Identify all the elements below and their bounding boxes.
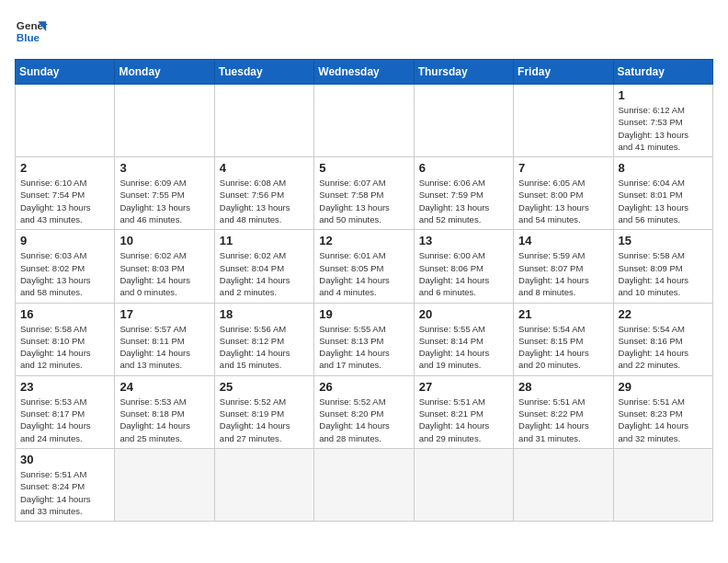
weekday-header-friday: Friday	[514, 60, 613, 85]
calendar-cell: 27Sunrise: 5:51 AM Sunset: 8:21 PM Dayli…	[414, 375, 513, 448]
day-number: 2	[20, 161, 109, 175]
calendar-cell: 4Sunrise: 6:08 AM Sunset: 7:56 PM Daylig…	[214, 157, 313, 230]
calendar-cell	[514, 448, 613, 521]
calendar-cell	[115, 448, 214, 521]
week-row-2: 2Sunrise: 6:10 AM Sunset: 7:54 PM Daylig…	[16, 157, 713, 230]
logo: General Blue	[15, 15, 48, 48]
day-info: Sunrise: 6:00 AM Sunset: 8:06 PM Dayligh…	[419, 249, 508, 298]
day-info: Sunrise: 6:07 AM Sunset: 7:58 PM Dayligh…	[319, 177, 408, 225]
calendar-cell: 22Sunrise: 5:54 AM Sunset: 8:16 PM Dayli…	[613, 303, 712, 375]
day-info: Sunrise: 5:54 AM Sunset: 8:16 PM Dayligh…	[619, 323, 708, 372]
calendar-cell	[16, 85, 115, 157]
calendar-cell: 11Sunrise: 6:02 AM Sunset: 8:04 PM Dayli…	[214, 230, 313, 303]
day-number: 1	[619, 88, 708, 102]
day-info: Sunrise: 5:52 AM Sunset: 8:20 PM Dayligh…	[319, 396, 408, 444]
day-number: 19	[319, 307, 408, 321]
calendar-cell: 14Sunrise: 5:59 AM Sunset: 8:07 PM Dayli…	[514, 230, 613, 303]
weekday-header-thursday: Thursday	[414, 60, 513, 85]
calendar-cell	[214, 85, 313, 157]
day-info: Sunrise: 6:06 AM Sunset: 7:59 PM Dayligh…	[419, 177, 508, 225]
week-row-3: 9Sunrise: 6:03 AM Sunset: 8:02 PM Daylig…	[16, 230, 713, 303]
calendar-cell: 6Sunrise: 6:06 AM Sunset: 7:59 PM Daylig…	[414, 157, 513, 230]
day-info: Sunrise: 5:53 AM Sunset: 8:17 PM Dayligh…	[20, 396, 109, 444]
day-info: Sunrise: 5:55 AM Sunset: 8:14 PM Dayligh…	[419, 323, 508, 372]
calendar-cell: 3Sunrise: 6:09 AM Sunset: 7:55 PM Daylig…	[115, 157, 214, 230]
day-number: 29	[619, 380, 708, 394]
day-info: Sunrise: 5:53 AM Sunset: 8:18 PM Dayligh…	[119, 396, 209, 444]
calendar-cell: 26Sunrise: 5:52 AM Sunset: 8:20 PM Dayli…	[314, 375, 414, 448]
calendar-cell	[214, 448, 313, 521]
day-number: 8	[619, 161, 708, 175]
day-info: Sunrise: 6:03 AM Sunset: 8:02 PM Dayligh…	[20, 249, 109, 298]
calendar-cell: 16Sunrise: 5:58 AM Sunset: 8:10 PM Dayli…	[16, 303, 115, 375]
day-number: 20	[419, 307, 508, 321]
day-number: 11	[220, 234, 309, 247]
calendar-cell: 23Sunrise: 5:53 AM Sunset: 8:17 PM Dayli…	[16, 375, 115, 448]
day-info: Sunrise: 5:51 AM Sunset: 8:24 PM Dayligh…	[20, 468, 109, 517]
day-number: 24	[119, 380, 209, 394]
day-info: Sunrise: 6:08 AM Sunset: 7:56 PM Dayligh…	[220, 177, 309, 225]
weekday-header-wednesday: Wednesday	[314, 60, 414, 85]
day-info: Sunrise: 5:51 AM Sunset: 8:22 PM Dayligh…	[518, 396, 608, 444]
calendar-cell: 13Sunrise: 6:00 AM Sunset: 8:06 PM Dayli…	[414, 230, 513, 303]
day-number: 18	[220, 307, 309, 321]
day-number: 5	[319, 161, 408, 175]
day-info: Sunrise: 5:52 AM Sunset: 8:19 PM Dayligh…	[220, 396, 309, 444]
calendar-cell: 19Sunrise: 5:55 AM Sunset: 8:13 PM Dayli…	[314, 303, 414, 375]
calendar-cell	[514, 85, 613, 157]
weekday-header-row: SundayMondayTuesdayWednesdayThursdayFrid…	[16, 60, 713, 85]
calendar-cell: 1Sunrise: 6:12 AM Sunset: 7:53 PM Daylig…	[613, 85, 712, 157]
day-number: 25	[220, 380, 309, 394]
day-number: 22	[619, 307, 708, 321]
day-number: 27	[419, 380, 508, 394]
day-number: 14	[518, 234, 608, 247]
page-header: General Blue	[15, 15, 713, 48]
day-number: 13	[419, 234, 508, 247]
day-number: 15	[619, 234, 708, 247]
calendar-cell: 20Sunrise: 5:55 AM Sunset: 8:14 PM Dayli…	[414, 303, 513, 375]
day-info: Sunrise: 6:12 AM Sunset: 7:53 PM Dayligh…	[619, 104, 708, 153]
day-number: 16	[20, 307, 109, 321]
day-number: 12	[319, 234, 408, 247]
calendar-cell: 30Sunrise: 5:51 AM Sunset: 8:24 PM Dayli…	[16, 448, 115, 521]
day-info: Sunrise: 5:59 AM Sunset: 8:07 PM Dayligh…	[518, 249, 608, 298]
day-number: 9	[20, 234, 109, 247]
calendar-cell: 8Sunrise: 6:04 AM Sunset: 8:01 PM Daylig…	[613, 157, 712, 230]
day-number: 4	[220, 161, 309, 175]
weekday-header-sunday: Sunday	[16, 60, 115, 85]
day-info: Sunrise: 5:57 AM Sunset: 8:11 PM Dayligh…	[119, 323, 209, 372]
day-info: Sunrise: 5:58 AM Sunset: 8:09 PM Dayligh…	[619, 249, 708, 298]
week-row-6: 30Sunrise: 5:51 AM Sunset: 8:24 PM Dayli…	[16, 448, 713, 521]
day-number: 23	[20, 380, 109, 394]
calendar-cell	[414, 448, 513, 521]
day-info: Sunrise: 5:51 AM Sunset: 8:21 PM Dayligh…	[419, 396, 508, 444]
day-info: Sunrise: 6:02 AM Sunset: 8:03 PM Dayligh…	[119, 249, 209, 298]
day-number: 21	[518, 307, 608, 321]
week-row-1: 1Sunrise: 6:12 AM Sunset: 7:53 PM Daylig…	[16, 85, 713, 157]
day-number: 7	[518, 161, 608, 175]
week-row-4: 16Sunrise: 5:58 AM Sunset: 8:10 PM Dayli…	[16, 303, 713, 375]
calendar-cell: 29Sunrise: 5:51 AM Sunset: 8:23 PM Dayli…	[613, 375, 712, 448]
day-number: 10	[119, 234, 209, 247]
calendar-cell	[115, 85, 214, 157]
day-info: Sunrise: 5:58 AM Sunset: 8:10 PM Dayligh…	[20, 323, 109, 372]
calendar-cell: 15Sunrise: 5:58 AM Sunset: 8:09 PM Dayli…	[613, 230, 712, 303]
day-number: 17	[119, 307, 209, 321]
logo-icon: General Blue	[15, 15, 48, 48]
day-info: Sunrise: 6:01 AM Sunset: 8:05 PM Dayligh…	[319, 249, 408, 298]
calendar-cell: 24Sunrise: 5:53 AM Sunset: 8:18 PM Dayli…	[115, 375, 214, 448]
day-number: 30	[20, 453, 109, 466]
calendar-cell	[314, 85, 414, 157]
day-info: Sunrise: 5:51 AM Sunset: 8:23 PM Dayligh…	[619, 396, 708, 444]
weekday-header-monday: Monday	[115, 60, 214, 85]
calendar-cell: 17Sunrise: 5:57 AM Sunset: 8:11 PM Dayli…	[115, 303, 214, 375]
calendar-cell: 25Sunrise: 5:52 AM Sunset: 8:19 PM Dayli…	[214, 375, 313, 448]
calendar-cell	[613, 448, 712, 521]
svg-text:Blue: Blue	[17, 31, 40, 43]
weekday-header-saturday: Saturday	[613, 60, 712, 85]
day-number: 3	[119, 161, 209, 175]
calendar-cell: 2Sunrise: 6:10 AM Sunset: 7:54 PM Daylig…	[16, 157, 115, 230]
calendar-cell: 28Sunrise: 5:51 AM Sunset: 8:22 PM Dayli…	[514, 375, 613, 448]
week-row-5: 23Sunrise: 5:53 AM Sunset: 8:17 PM Dayli…	[16, 375, 713, 448]
calendar-cell: 7Sunrise: 6:05 AM Sunset: 8:00 PM Daylig…	[514, 157, 613, 230]
